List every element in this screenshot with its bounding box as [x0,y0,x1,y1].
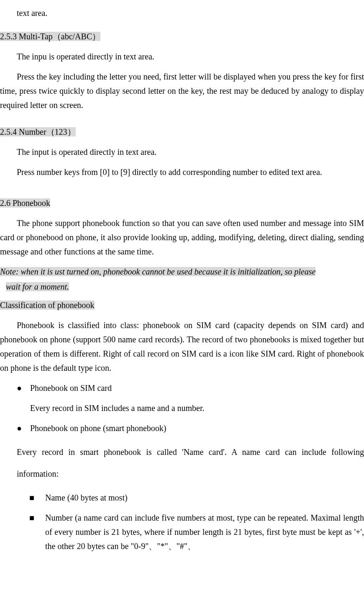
heading-2-6-text: 2.6 Phonebook [0,198,50,208]
p-2-5-3-b: Press the key including the letter you n… [0,69,364,112]
p-2-5-4-a: The input is operated directly in text a… [0,145,364,159]
bullet-list-2: Phonebook on phone (smart phonebook) [0,421,364,435]
bullet-sim-desc: Every record in SIM includes a name and … [0,401,364,415]
heading-2-5-3: 2.5.3 Multi-Tap（abc/ABC） [0,29,364,44]
p-2-5-4-b: Press number keys from [0] to [9] direct… [0,165,364,179]
note-text-1: Note: when it is ust turned on, phoneboo… [0,267,315,276]
bullet-phone: Phonebook on phone (smart phonebook) [0,421,364,435]
p-2-5-3-a: The inpu is operated directly in text ar… [0,49,364,64]
note-text-2: wait for a moment. [6,282,69,291]
square-name-text: Name (40 bytes at most) [45,493,128,502]
fragment-top: text area. [0,6,364,20]
note-line-1: Note: when it is ust turned on, phoneboo… [0,264,364,279]
heading-classification: Classification of phonebook [0,298,364,312]
square-list: Name (40 bytes at most) Number (a name c… [0,490,364,553]
heading-classification-text: Classification of phonebook [0,300,95,310]
heading-2-5-3-text: 2.5.3 Multi-Tap（abc/ABC） [0,32,100,41]
square-number: Number (a name card can include five num… [0,511,364,553]
bullet-list: Phonebook on SIM card [0,381,364,395]
heading-2-5-4: 2.5.4 Number（123） [0,125,364,139]
heading-2-6: 2.6 Phonebook [0,196,364,210]
p-namecard-intro: Every record in smart phonebook is calle… [0,441,364,485]
heading-2-5-4-text: 2.5.4 Number（123） [0,127,76,136]
note-line-2: wait for a moment. [0,280,364,294]
p-2-6-intro: The phone support phonebook function so … [0,216,364,259]
square-number-text: Number (a name card can include five num… [45,513,364,551]
bullet-phone-label: Phonebook on phone (smart phonebook) [30,424,167,433]
bullet-sim-label: Phonebook on SIM card [30,383,112,393]
square-name: Name (40 bytes at most) [0,490,364,505]
bullet-sim: Phonebook on SIM card [0,381,364,395]
p-classification: Phonebook is classified into class: phon… [0,318,364,375]
